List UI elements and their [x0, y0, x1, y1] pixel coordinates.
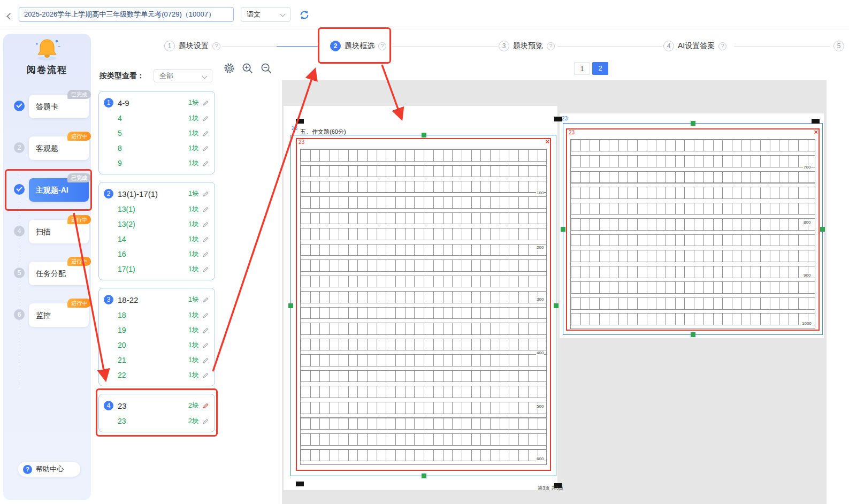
question-item[interactable]: 19 1块 [104, 323, 210, 338]
step-label: AI设置答案 [678, 41, 715, 51]
bell-illustration [32, 37, 62, 64]
back-button[interactable] [7, 11, 15, 19]
close-icon[interactable]: × [545, 138, 549, 146]
stepper-step-5[interactable]: 5 [833, 41, 844, 51]
step-card-answer-sheet[interactable]: 答题卡 已完成 [29, 95, 89, 118]
step-label: 题块设置 [179, 41, 209, 51]
question-item[interactable]: 16 1块 [104, 247, 210, 262]
filter-label: 按类型查看： [100, 71, 144, 81]
edit-icon[interactable] [202, 159, 210, 167]
resize-handle-right[interactable] [554, 303, 559, 308]
question-item[interactable]: 9 1块 [104, 156, 210, 171]
question-item[interactable]: 8 1块 [104, 141, 210, 156]
page-button-1[interactable]: 1 [574, 62, 590, 75]
group-title: 4-9 [118, 98, 188, 108]
resize-handle-top[interactable] [691, 121, 695, 126]
question-block-list: 1 4-9 1块 4 1块 5 1块 8 1块 9 1块 2 13(1) [98, 91, 215, 440]
step-card-monitor[interactable]: 监控 进行中 [29, 303, 89, 327]
edit-icon[interactable] [202, 114, 210, 123]
question-item[interactable]: 5 1块 [104, 126, 210, 141]
edit-icon[interactable] [202, 356, 210, 364]
refresh-button[interactable] [299, 9, 310, 21]
question-item[interactable]: 20 1块 [104, 338, 210, 353]
edit-icon[interactable] [202, 205, 210, 213]
question-item[interactable]: 4 1块 [104, 111, 210, 126]
help-icon[interactable]: ? [718, 42, 726, 50]
workflow-step-scan: 4 扫描 进行中 [3, 219, 91, 261]
edit-icon[interactable] [202, 371, 210, 379]
help-icon[interactable]: ? [212, 42, 220, 50]
registration-mark [296, 482, 304, 486]
filter-value: 全部 [159, 72, 173, 80]
edit-icon[interactable] [202, 144, 210, 152]
bell-icon [32, 37, 62, 62]
resize-handle-bottom[interactable] [422, 474, 426, 478]
step-card-scan[interactable]: 扫描 进行中 [29, 220, 89, 243]
group-header[interactable]: 2 13(1)-17(1) 1块 [104, 186, 210, 202]
zoom-in-icon [241, 62, 254, 74]
resize-handle-left[interactable] [288, 303, 293, 308]
step-number-icon: 2 [14, 142, 25, 153]
resize-handle-bottom[interactable] [691, 332, 695, 337]
workflow-panel: 阅卷流程 答题卡 已完成 2 客观题 进行中 主观题-AI [3, 34, 91, 500]
edit-icon[interactable] [202, 129, 210, 138]
page-button-2[interactable]: 2 [592, 62, 608, 75]
edit-icon[interactable] [202, 265, 210, 273]
status-badge: 已完成 [67, 173, 91, 182]
edit-icon[interactable] [202, 417, 210, 425]
close-icon[interactable]: × [814, 128, 818, 136]
zoom-out-button[interactable] [260, 62, 272, 74]
group-header[interactable]: 1 4-9 1块 [104, 95, 210, 111]
edit-icon[interactable] [202, 326, 210, 334]
question-item[interactable]: 13(1) 1块 [104, 202, 210, 217]
resize-handle-left[interactable] [561, 227, 565, 232]
settings-button[interactable] [223, 62, 235, 74]
stepper-step-block-select[interactable]: 2 题块框选 ? [330, 41, 386, 51]
step-card-task-assign[interactable]: 任务分配 进行中 [29, 262, 89, 285]
question-item[interactable]: 13(2) 1块 [104, 217, 210, 232]
question-item[interactable]: 17(1) 1块 [104, 262, 210, 277]
edit-icon[interactable] [202, 99, 210, 107]
stepper-connector-active [277, 46, 318, 47]
type-filter-select[interactable]: 全部 [154, 69, 212, 82]
question-label: 5 [118, 129, 188, 138]
edit-icon[interactable] [202, 402, 210, 410]
edit-icon[interactable] [202, 250, 210, 258]
question-group-3: 3 18-22 1块 18 1块 19 1块 20 1块 21 1块 22 1块 [98, 288, 215, 386]
question-item[interactable]: 14 1块 [104, 232, 210, 247]
zoom-in-button[interactable] [241, 62, 254, 74]
help-center-button[interactable]: ? 帮助中心 [18, 462, 80, 477]
question-item[interactable]: 22 1块 [104, 368, 210, 383]
exam-title-box[interactable]: 2025-2026学年上学期高中三年级数学单元考(0729)（10007） [19, 7, 234, 22]
subject-select[interactable]: 语文 [241, 7, 290, 22]
resize-handle-top[interactable] [422, 133, 426, 138]
stepper-step-block-setting[interactable]: 1 题块设置 ? [164, 41, 220, 51]
block-region-red[interactable]: 23 × [566, 128, 820, 331]
edit-icon[interactable] [202, 296, 210, 304]
edit-icon[interactable] [202, 235, 210, 243]
edit-icon[interactable] [202, 341, 210, 349]
edit-icon[interactable] [202, 220, 210, 228]
step-number-icon: 4 [14, 226, 25, 236]
question-label: 17(1) [118, 265, 188, 273]
step-card-subjective-ai[interactable]: 主观题-AI 已完成 [29, 178, 89, 202]
edit-icon[interactable] [202, 311, 210, 319]
question-item[interactable]: 18 1块 [104, 308, 210, 323]
check-icon [14, 101, 25, 111]
group-header[interactable]: 3 18-22 1块 [104, 292, 210, 308]
help-icon[interactable]: ? [378, 42, 386, 50]
help-icon[interactable]: ? [547, 42, 555, 50]
edit-icon[interactable] [202, 190, 210, 198]
block-region-red[interactable]: 23 × [296, 138, 551, 471]
question-item[interactable]: 21 1块 [104, 353, 210, 368]
step-number: 2 [330, 41, 341, 51]
stepper-step-block-preview[interactable]: 3 题块预览 ? [499, 41, 555, 51]
stepper-step-ai-answer[interactable]: 4 AI设置答案 ? [663, 41, 726, 51]
group-header[interactable]: 4 23 2块 [104, 398, 210, 414]
step-card-objective[interactable]: 客观题 进行中 [29, 136, 89, 160]
question-item[interactable]: 23 2块 [104, 414, 210, 429]
registration-mark [296, 119, 304, 124]
resize-handle-right[interactable] [820, 227, 825, 232]
block-count: 1块 [188, 204, 199, 214]
canvas-area[interactable]: 23 五、作文题(60分) 23 × 100 200 300 400 500 6… [282, 80, 827, 504]
